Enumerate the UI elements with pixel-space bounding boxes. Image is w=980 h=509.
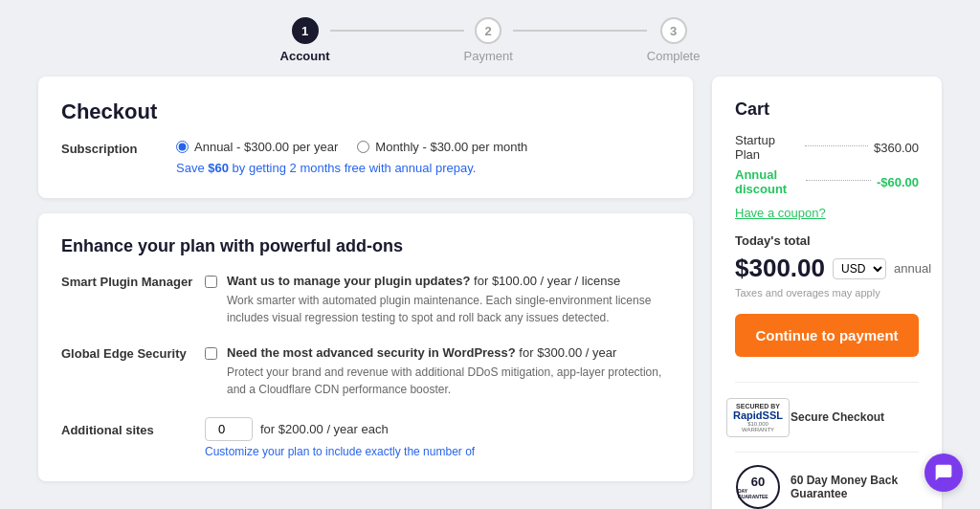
taxes-note: Taxes and overages may apply [735,287,919,299]
save-text: Save $60 by getting 2 months free with a… [176,161,527,175]
step-complete[interactable]: 3 Complete [647,17,701,63]
step-circle-3: 3 [660,17,687,44]
sites-inline: for $200.00 / year each [205,417,670,441]
today-label: Today's total [735,233,919,248]
cart-discount-value: -$60.00 [877,175,919,189]
stepper: 1 Account 2 Payment 3 Complete [0,0,980,77]
step-payment[interactable]: 2 Payment [464,17,513,63]
continue-button[interactable]: Continue to payment [735,314,919,357]
addon-spm-content: Want us to manage your plugin updates? f… [227,274,670,326]
addon-spm-desc: Work smarter with automated plugin maint… [227,292,670,326]
total-amount: $300.00 [735,254,825,283]
billing-period: annual [894,261,931,276]
sites-desc: Customize your plan to include exactly t… [205,445,670,458]
step-label-payment: Payment [464,49,513,63]
guarantee-badge-icon: 60 DAY GUARANTEE [735,464,781,509]
checkout-card: Checkout Subscription Annual - $300.00 p… [38,77,693,198]
cart-dots-1 [805,145,869,146]
addon-sites-row: Additional sites for $200.00 / year each… [61,417,670,458]
annual-radio[interactable] [176,141,189,153]
day60-num: 60 [751,476,765,488]
cart-discount-label: Annual discount [735,167,800,196]
addon-sites-content: for $200.00 / year each Customize your p… [205,417,670,458]
cart-card: Cart Startup Plan $360.00 Annual discoun… [712,77,942,509]
cart-startup-line: Startup Plan $360.00 [735,133,919,162]
monthly-radio[interactable] [357,141,369,153]
addon-ges-content: Need the most advanced security in WordP… [227,345,670,398]
addons-title: Enhance your plan with powerful add-ons [61,236,670,256]
subscription-options: Annual - $300.00 per year Monthly - $30.… [176,140,527,175]
currency-select[interactable]: USD EUR GBP [833,258,886,279]
sites-price: for $200.00 / year each [260,422,389,436]
addon-ges-label: Global Edge Security [61,346,195,361]
radio-row: Annual - $300.00 per year Monthly - $30.… [176,140,527,154]
addons-card: Enhance your plan with powerful add-ons … [38,213,693,481]
addon-ges-desc: Protect your brand and revenue with addi… [227,364,670,398]
divider-1 [735,382,919,383]
addon-ges-main: Need the most advanced security in WordP… [227,345,670,360]
addon-spm: Smart Plugin Manager Want us to manage y… [61,274,670,326]
ssl-label: Secure Checkout [791,410,884,424]
ssl-badge-icon: SECURED BY RapidSSL $10,000 WARRANTY [735,394,781,440]
ssl-warranty: $10,000 WARRANTY [733,421,783,432]
cart-startup-label: Startup Plan [735,133,799,162]
day60-badge: 60 DAY GUARANTEE [736,465,780,509]
step-circle-1: 1 [292,17,319,44]
addon-ges-checkbox[interactable] [205,347,217,360]
step-account[interactable]: 1 Account [280,17,330,63]
ssl-top: SECURED BY [733,403,783,409]
ssl-brand: RapidSSL [733,409,783,421]
addon-spm-label: Smart Plugin Manager [61,275,195,289]
annual-label: Annual - $300.00 per year [194,140,338,154]
addon-spm-main: Want us to manage your plugin updates? f… [227,274,670,288]
monthly-label: Monthly - $30.00 per month [375,140,527,154]
divider-2 [735,452,919,453]
guarantee-badge-row: 60 DAY GUARANTEE 60 Day Money Back Guara… [735,464,919,509]
subscription-label: Subscription [61,142,176,156]
guarantee-label: 60 Day Money Back Guarantee [791,474,919,500]
ssl-badge-row: SECURED BY RapidSSL $10,000 WARRANTY Sec… [735,394,919,440]
cart-dots-2 [806,180,871,181]
addon-ges: Global Edge Security Need the most advan… [61,345,670,398]
day60-text: DAY GUARANTEE [738,488,778,499]
coupon-link[interactable]: Have a coupon? [735,206,919,220]
chat-icon [934,463,953,482]
ssl-badge: SECURED BY RapidSSL $10,000 WARRANTY [726,398,790,437]
cart-startup-value: $360.00 [874,141,919,155]
annual-option[interactable]: Annual - $300.00 per year [176,140,338,154]
subscription-row: Subscription Annual - $300.00 per year M… [61,140,670,175]
step-label-complete: Complete [647,49,701,63]
total-row: $300.00 USD EUR GBP annual [735,254,919,283]
addon-sites-label: Additional sites [61,423,195,437]
checkout-title: Checkout [61,100,670,124]
chat-button[interactable] [924,454,963,492]
cart-discount-line: Annual discount -$60.00 [735,167,919,196]
step-circle-2: 2 [475,17,501,44]
step-line-2 [513,30,647,32]
step-line-1 [330,30,464,32]
monthly-option[interactable]: Monthly - $30.00 per month [357,140,527,154]
step-label-account: Account [280,49,330,63]
addon-spm-checkbox[interactable] [205,276,217,288]
cart-title: Cart [735,100,919,120]
sites-input[interactable] [205,417,253,441]
